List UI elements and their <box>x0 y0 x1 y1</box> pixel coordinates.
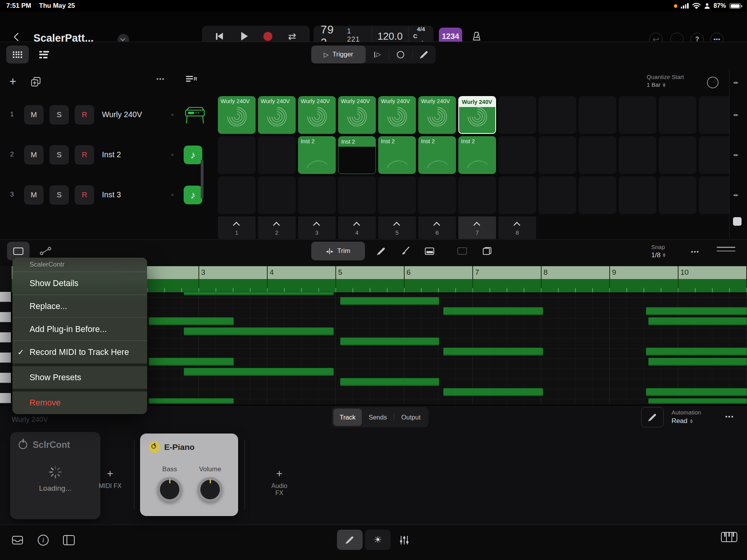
power-button[interactable] <box>149 441 160 453</box>
menu-item-show-details[interactable]: Show Details <box>12 272 147 295</box>
loop-cell[interactable]: Wurly 240V <box>298 96 336 134</box>
editor-drag-handle[interactable] <box>717 247 735 254</box>
snap-control[interactable]: Snap 1/8 <box>651 243 666 259</box>
midi-note[interactable] <box>340 297 439 305</box>
tab-track[interactable]: Track <box>333 409 362 426</box>
edit-button[interactable] <box>337 530 363 550</box>
midi-note[interactable] <box>646 388 747 396</box>
scene-trigger-2[interactable]: 2 <box>258 216 296 239</box>
menu-item-replace[interactable]: Replace... <box>12 295 147 318</box>
midi-plugin-card[interactable]: SclrCont Loading... <box>10 432 100 519</box>
row-expand-icon[interactable]: ◂▸ <box>733 112 739 118</box>
empty-loop-slot[interactable] <box>659 136 696 174</box>
loop-cell[interactable]: Inst 2 <box>378 136 416 174</box>
scene-trigger-5[interactable]: 5 <box>378 216 416 239</box>
power-icon[interactable] <box>19 441 27 449</box>
row-expand-icon[interactable]: ◂▸ <box>733 192 739 198</box>
tab-sends[interactable]: Sends <box>363 409 393 426</box>
record-into-cell-mode-button[interactable] <box>389 46 412 63</box>
row-expand-icon[interactable]: ◂▸ <box>733 152 739 158</box>
midi-note[interactable] <box>149 358 234 366</box>
loop-cell[interactable]: Inst 2 <box>338 136 376 174</box>
edit-mode-button[interactable] <box>413 46 436 63</box>
empty-loop-slot[interactable] <box>699 136 729 174</box>
trim-tool-button[interactable]: ◂▸ Trim <box>311 242 365 260</box>
info-button[interactable]: i <box>33 530 53 550</box>
midi-note[interactable] <box>648 317 747 325</box>
empty-loop-slot[interactable] <box>699 176 729 214</box>
tempo-display[interactable]: 120.0 <box>372 30 408 42</box>
trigger-mode-button[interactable]: ▷ Trigger <box>311 46 366 63</box>
midi-note[interactable] <box>646 348 747 356</box>
loop-cell[interactable]: Inst 2 <box>418 136 456 174</box>
empty-loop-slot[interactable] <box>619 176 656 214</box>
empty-loop-slot[interactable] <box>579 136 616 174</box>
grid-scrollbar[interactable] <box>201 160 203 198</box>
menu-item-show-presets[interactable]: Show Presets <box>12 366 147 389</box>
menu-item-record-midi-to-track-here[interactable]: ✓Record MIDI to Track Here <box>12 341 147 363</box>
empty-loop-slot[interactable] <box>458 176 496 214</box>
empty-loop-slot[interactable] <box>498 176 536 214</box>
loop-cell[interactable]: Inst 2 <box>298 136 336 174</box>
menu-item-remove[interactable]: Remove <box>12 391 147 414</box>
editor-more-button[interactable]: ••• <box>691 248 700 255</box>
loop-cell[interactable]: Wurly 240V <box>378 96 416 134</box>
velocity-tool-button[interactable] <box>418 242 441 260</box>
empty-loop-slot[interactable] <box>659 96 696 134</box>
loop-cell[interactable]: Wurly 240V <box>218 96 256 134</box>
loop-cell[interactable]: Wurly 240V <box>458 96 496 134</box>
pencil-tool-button[interactable] <box>370 242 393 260</box>
empty-loop-slot[interactable] <box>378 176 416 214</box>
midi-note[interactable] <box>340 378 439 386</box>
midi-note[interactable] <box>443 348 543 356</box>
scene-trigger-1[interactable]: 1 <box>218 216 256 239</box>
empty-loop-slot[interactable] <box>659 176 696 214</box>
scene-trigger-8[interactable]: 8 <box>498 216 536 239</box>
loop-cell[interactable]: Wurly 240V <box>338 96 376 134</box>
empty-loop-slot[interactable] <box>538 176 576 214</box>
scene-trigger-7[interactable]: 7 <box>458 216 496 239</box>
empty-loop-slot[interactable] <box>579 176 616 214</box>
empty-loop-slot[interactable] <box>258 176 296 214</box>
midi-note[interactable] <box>184 292 334 295</box>
loop-cell[interactable]: Wurly 240V <box>258 96 296 134</box>
midi-note[interactable] <box>443 388 543 396</box>
empty-loop-slot[interactable] <box>498 136 536 174</box>
play-from-mode-button[interactable]: ▷ <box>366 46 389 63</box>
midi-note[interactable] <box>646 307 747 315</box>
empty-loop-slot[interactable] <box>579 96 616 134</box>
midi-note[interactable] <box>648 398 747 404</box>
stop-all-button[interactable] <box>733 217 742 226</box>
midi-note[interactable] <box>340 337 439 346</box>
empty-loop-slot[interactable] <box>498 96 536 134</box>
instrument-plugin-card[interactable]: E-Piano Bass Volume <box>140 434 238 516</box>
copy-button[interactable] <box>475 242 499 260</box>
inspector-button[interactable] <box>59 530 79 550</box>
bass-knob[interactable] <box>157 477 182 502</box>
midi-note[interactable] <box>149 317 234 325</box>
mixer-button[interactable] <box>395 530 414 550</box>
marquee-select-button[interactable] <box>451 242 474 260</box>
volume-knob[interactable] <box>198 477 223 502</box>
scene-trigger-4[interactable]: 4 <box>338 216 376 239</box>
add-audio-fx-button[interactable]: + Audio FX <box>268 468 291 497</box>
empty-loop-slot[interactable] <box>619 96 656 134</box>
empty-loop-slot[interactable] <box>298 176 336 214</box>
loop-cell[interactable]: Inst 2 <box>458 136 496 174</box>
add-midi-fx-button[interactable]: + MIDI FX <box>98 468 122 490</box>
empty-loop-slot[interactable] <box>699 96 729 134</box>
channel-more-button[interactable]: ••• <box>725 413 734 420</box>
loop-cell[interactable]: Wurly 240V <box>418 96 456 134</box>
display-settings-button[interactable]: ☀ <box>365 530 391 550</box>
empty-loop-slot[interactable] <box>258 136 296 174</box>
expand-columns-icon[interactable]: ◂▸ <box>733 79 739 85</box>
empty-loop-slot[interactable] <box>538 96 576 134</box>
scene-trigger-3[interactable]: 3 <box>298 216 336 239</box>
empty-loop-slot[interactable] <box>338 176 376 214</box>
automation-edit-button[interactable] <box>641 407 664 427</box>
midi-note[interactable] <box>184 368 334 376</box>
automation-mode-control[interactable]: Automation Read <box>672 408 701 425</box>
empty-loop-slot[interactable] <box>538 136 576 174</box>
tracks-view-toggle[interactable] <box>33 46 55 63</box>
midi-note[interactable] <box>648 358 747 366</box>
